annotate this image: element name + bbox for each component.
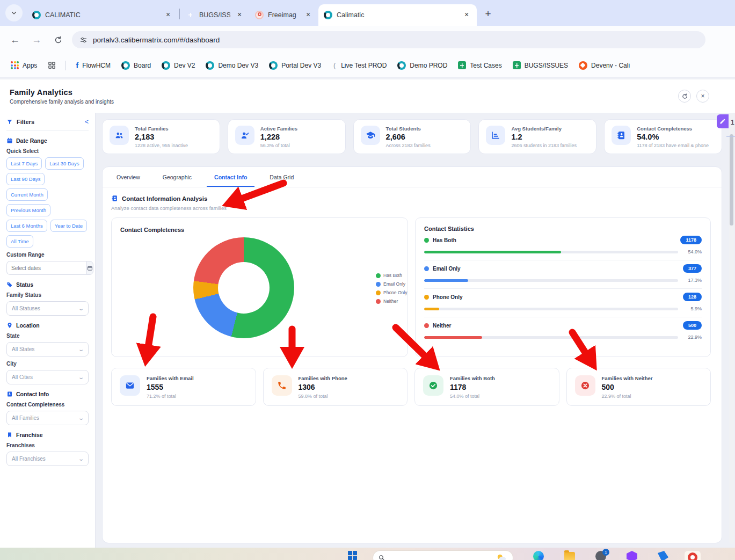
quick-select-all-time[interactable]: All Time [6,235,33,248]
bookmark-portal-dev-v3[interactable]: Portal Dev V3 [265,59,325,72]
chevron-down-icon: ⌄ [78,374,84,380]
browser-tab-calimatic-active[interactable]: Calimatic × [318,4,477,26]
contact-completeness-donut-chart[interactable] [193,237,294,338]
calimatic-favicon [324,11,332,19]
quick-select-previous-month[interactable]: Previous Month [6,204,50,216]
legend-dot [376,282,381,287]
address-bar[interactable]: portalv3.calibermatrix.com/#/dashboard [72,31,705,48]
date-range-input[interactable] [6,261,86,275]
quick-select-last-30-days[interactable]: Last 30 Days [45,157,83,170]
family-status-select[interactable]: All Statuses⌄ [6,301,89,316]
card-sub: 54.0% of total [450,394,495,399]
new-tab-button[interactable]: + [481,7,495,21]
card-label: Families with Neither [602,375,653,381]
analytics-tabs: Overview Geographic Contact Info Data Gr… [103,167,722,187]
teams-icon[interactable]: 1 [595,551,606,560]
tab-close-icon[interactable]: × [235,10,244,20]
reload-button[interactable] [50,32,66,47]
bookmark-live-test-prod[interactable]: (Live Test PROD [328,59,391,72]
browser-tab-calimatic-1[interactable]: CALIMATIC × [27,4,178,26]
legend-phone-only: Phone Only [376,290,407,295]
chevron-down-icon: ⌄ [78,415,84,421]
chevron-down-icon: ⌄ [78,306,84,311]
state-select[interactable]: All States⌄ [6,342,89,357]
broken-favicon: ( [332,61,337,70]
annotation-edit-button[interactable] [717,114,729,128]
open-calendar-button[interactable] [86,261,93,275]
site-settings-icon[interactable] [79,36,88,44]
quick-select-last-6-months[interactable]: Last 6 Months [6,220,47,232]
kpi-total-families: Total Families2,1831228 active, 955 inac… [102,119,220,154]
contact-completeness-select[interactable]: All Families⌄ [6,411,89,425]
card-families-with-both: Families with Both117854.0% of total [414,368,559,406]
forward-button[interactable]: → [29,32,44,47]
quick-select-current-month[interactable]: Current Month [6,188,48,201]
state-label: State [6,333,89,339]
edge-icon[interactable] [533,551,544,560]
refresh-button[interactable] [678,90,691,103]
app-icon[interactable] [658,551,668,560]
card-value: 1555 [147,383,194,391]
browser-tab-freeimage[interactable]: Freeimag × [250,4,318,26]
quick-select-last-7-days[interactable]: Last 7 Days [6,157,42,170]
active-app-tile[interactable] [685,551,701,560]
bookmark-apps[interactable]: Apps [6,59,41,72]
start-button[interactable] [348,551,357,560]
city-select[interactable]: All Cities⌄ [6,370,89,384]
kpi-label: Active Families [260,126,297,132]
status-label: Status [16,281,33,288]
bookmark-label: BUGS/ISSUES [525,62,568,69]
bookmark-board[interactable]: Board [117,59,155,72]
tab-close-icon[interactable]: × [462,10,471,20]
contact-statistics-title: Contact Statistics [424,226,702,232]
bookmark-demo-dev-v3[interactable]: Demo Dev V3 [201,59,263,72]
tab-close-icon[interactable]: × [303,10,313,20]
state-value: All States [12,346,34,352]
tab-title: Calimatic [337,11,457,19]
bookmark-devenv[interactable]: Devenv - Cali [574,59,634,72]
franchise-section: Franchise [6,432,89,438]
bookmark-dev-v2[interactable]: Dev V2 [157,59,199,72]
page-header: Family Analytics Comprehensive family an… [0,79,735,113]
kpi-value: 1,228 [260,133,297,141]
refresh-icon [682,93,688,99]
collapse-sidebar-button[interactable]: < [85,118,89,126]
scrollbar-thumb[interactable] [730,134,733,226]
pencil-icon [719,118,726,125]
bookmark-tab-groups[interactable] [43,59,60,72]
bookmark-flowhcm[interactable]: fFlowHCM [71,58,115,72]
quick-select-last-90-days[interactable]: Last 90 Days [6,173,45,185]
location-section: Location [6,322,89,329]
bookmark-demo-prod[interactable]: Demo PROD [393,59,452,72]
tag-icon [6,281,13,288]
file-explorer-icon[interactable] [564,552,575,560]
stat-percent: 22.9% [683,334,702,340]
visual-studio-icon[interactable] [627,551,637,560]
contact-card-icon [111,195,118,202]
franchises-select[interactable]: All Franchises⌄ [6,452,89,466]
bookmark-test-cases[interactable]: Test Cases [454,59,506,72]
card-families-with-email: Families with Email155571.2% of total [111,368,256,406]
tab-data-grid[interactable]: Data Grid [262,167,301,187]
tab-overview[interactable]: Overview [109,167,148,187]
bookmark-bugs-issues[interactable]: BUGS/ISSUES [508,59,572,72]
family-status-label: Family Status [6,292,89,298]
close-analytics-button[interactable]: × [696,90,709,103]
tab-close-icon[interactable]: × [163,10,173,20]
browser-tab-bugs[interactable]: BUGS/ISS × [181,4,250,26]
tab-geographic[interactable]: Geographic [155,167,199,187]
taskbar-search[interactable] [373,551,513,560]
tab-search-button[interactable] [5,4,23,21]
card-families-with-neither: Families with Neither50022.9% of total [566,368,711,406]
chevron-down-icon [11,10,17,16]
cut-popup-edge [726,136,735,137]
check-circle-icon [428,381,438,390]
calimatic-favicon [397,61,406,70]
calimatic-favicon [32,11,41,19]
back-button[interactable]: ← [8,32,23,47]
mail-icon [125,381,135,390]
tab-contact-info[interactable]: Contact Info [207,167,254,187]
status-dot [424,266,429,271]
quick-select-year-to-date[interactable]: Year to Date [50,220,87,232]
page-scrollbar[interactable] [729,113,734,544]
